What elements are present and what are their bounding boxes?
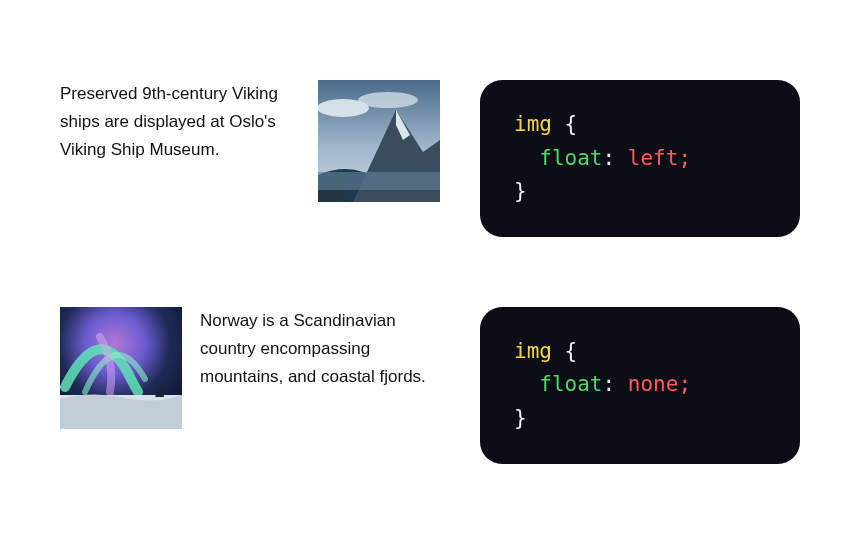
code-line: float: none; [514, 368, 766, 402]
mountain-fjord-icon [318, 80, 440, 202]
code-line: } [514, 402, 766, 436]
brace-open-icon: { [565, 339, 578, 363]
example-image [318, 80, 440, 202]
example-text: Preserved 9th-century Viking ships are d… [60, 80, 300, 164]
example-image [60, 307, 182, 429]
code-block-2: img { float: none; } [480, 307, 800, 464]
code-property: float [539, 146, 602, 170]
colon-icon: : [603, 372, 616, 396]
code-line: } [514, 175, 766, 209]
svg-rect-3 [318, 172, 440, 190]
example-row-1: Preserved 9th-century Viking ships are d… [60, 80, 804, 237]
code-line: img { [514, 108, 766, 142]
code-property: float [539, 372, 602, 396]
brace-close-icon: } [514, 179, 527, 203]
code-selector: img [514, 112, 552, 136]
example-text: Norway is a Scandinavian country encompa… [200, 307, 440, 391]
semicolon-icon: ; [678, 372, 691, 396]
aurora-icon [60, 307, 182, 429]
example-row-2: Norway is a Scandinavian country encompa… [60, 307, 804, 464]
code-line: float: left; [514, 142, 766, 176]
code-value: left [628, 146, 679, 170]
svg-point-2 [358, 92, 418, 108]
example-left-2: Norway is a Scandinavian country encompa… [60, 307, 440, 429]
code-block-1: img { float: left; } [480, 80, 800, 237]
code-value: none [628, 372, 679, 396]
code-line: img { [514, 335, 766, 369]
brace-close-icon: } [514, 406, 527, 430]
semicolon-icon: ; [678, 146, 691, 170]
code-selector: img [514, 339, 552, 363]
example-left-1: Preserved 9th-century Viking ships are d… [60, 80, 440, 202]
brace-open-icon: { [565, 112, 578, 136]
colon-icon: : [603, 146, 616, 170]
